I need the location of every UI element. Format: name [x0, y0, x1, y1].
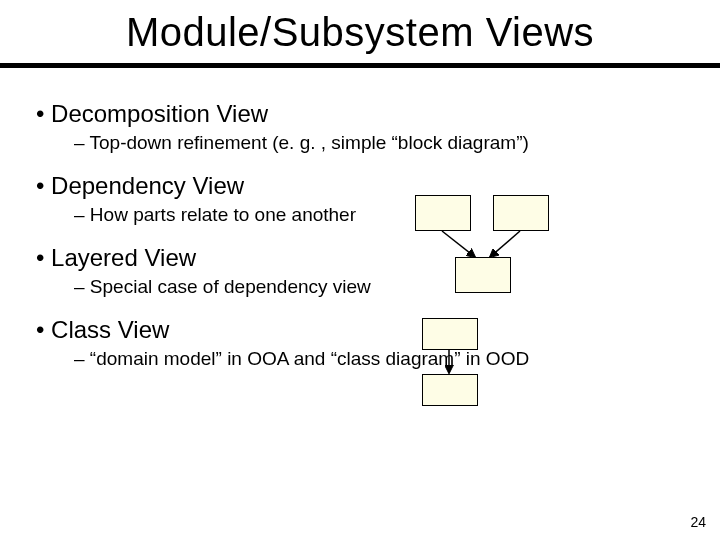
page-number: 24	[690, 514, 706, 530]
bullet-dependency: Dependency View	[36, 172, 684, 200]
bullet-class: Class View	[36, 316, 684, 344]
bullet-dependency-sub: How parts relate to one another	[74, 204, 684, 226]
svg-line-0	[442, 231, 475, 257]
bullet-decomposition-sub: Top-down refinement (e. g. , simple “blo…	[74, 132, 684, 154]
dependency-arrows-icon	[395, 195, 575, 315]
slide-content: Decomposition View Top-down refinement (…	[0, 68, 720, 370]
layer-arrow-icon	[412, 318, 492, 428]
bullet-layered-sub: Special case of dependency view	[74, 276, 684, 298]
layered-diagram	[412, 318, 492, 428]
bullet-decomposition: Decomposition View	[36, 100, 684, 128]
bullet-class-sub: “domain model” in OOA and “class diagram…	[74, 348, 684, 370]
slide-title: Module/Subsystem Views	[0, 0, 720, 63]
dependency-diagram	[395, 195, 575, 315]
bullet-layered: Layered View	[36, 244, 684, 272]
svg-line-1	[490, 231, 520, 257]
slide: Module/Subsystem Views Decomposition Vie…	[0, 0, 720, 540]
